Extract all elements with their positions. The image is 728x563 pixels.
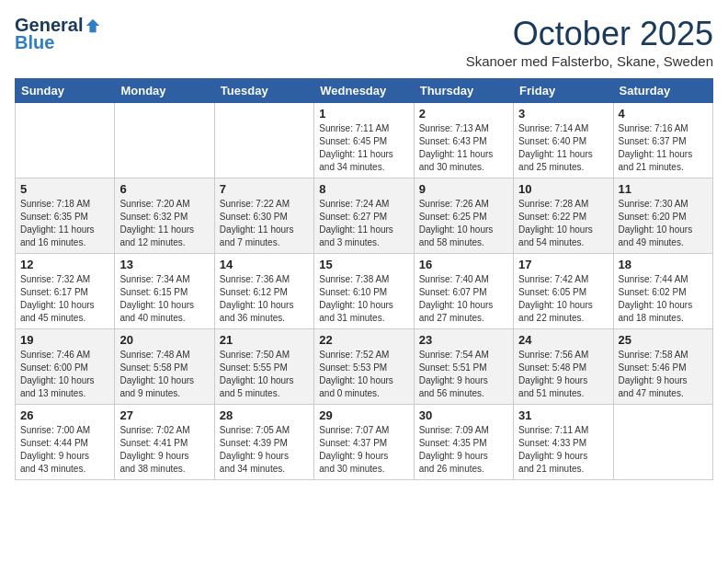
weekday-header: Sunday	[16, 79, 115, 103]
day-info: Sunrise: 7:36 AM Sunset: 6:12 PM Dayligh…	[220, 273, 309, 325]
calendar-cell: 28Sunrise: 7:05 AM Sunset: 4:39 PM Dayli…	[214, 405, 313, 480]
weekday-header: Wednesday	[314, 79, 414, 103]
logo: General Blue	[15, 15, 101, 53]
calendar-cell: 26Sunrise: 7:00 AM Sunset: 4:44 PM Dayli…	[16, 405, 115, 480]
day-number: 2	[419, 107, 508, 121]
day-info: Sunrise: 7:56 AM Sunset: 5:48 PM Dayligh…	[518, 349, 608, 400]
logo-blue: Blue	[15, 32, 54, 53]
calendar-cell: 20Sunrise: 7:48 AM Sunset: 5:58 PM Dayli…	[115, 329, 214, 405]
day-info: Sunrise: 7:32 AM Sunset: 6:17 PM Dayligh…	[20, 273, 109, 325]
day-info: Sunrise: 7:20 AM Sunset: 6:32 PM Dayligh…	[119, 198, 209, 249]
title-block: October 2025 Skanoer med Falsterbo, Skan…	[466, 15, 713, 69]
day-info: Sunrise: 7:13 AM Sunset: 6:43 PM Dayligh…	[419, 122, 508, 174]
svg-marker-0	[86, 18, 99, 31]
day-info: Sunrise: 7:14 AM Sunset: 6:40 PM Dayligh…	[518, 122, 608, 174]
day-number: 30	[419, 408, 508, 422]
calendar-cell: 7Sunrise: 7:22 AM Sunset: 6:30 PM Daylig…	[214, 178, 313, 254]
calendar-week-row: 19Sunrise: 7:46 AM Sunset: 6:00 PM Dayli…	[16, 329, 713, 405]
day-info: Sunrise: 7:30 AM Sunset: 6:20 PM Dayligh…	[619, 198, 708, 249]
day-info: Sunrise: 7:00 AM Sunset: 4:44 PM Dayligh…	[20, 424, 109, 476]
day-number: 25	[619, 333, 708, 347]
weekday-header: Thursday	[414, 79, 513, 103]
calendar-cell: 4Sunrise: 7:16 AM Sunset: 6:37 PM Daylig…	[613, 103, 712, 178]
day-number: 26	[20, 408, 109, 422]
day-number: 24	[518, 333, 608, 347]
logo-icon	[85, 17, 101, 34]
calendar-cell: 16Sunrise: 7:40 AM Sunset: 6:07 PM Dayli…	[414, 254, 513, 329]
calendar-cell: 30Sunrise: 7:09 AM Sunset: 4:35 PM Dayli…	[414, 405, 513, 480]
day-info: Sunrise: 7:18 AM Sunset: 6:35 PM Dayligh…	[20, 198, 109, 249]
calendar-cell: 1Sunrise: 7:11 AM Sunset: 6:45 PM Daylig…	[314, 103, 414, 178]
calendar-cell: 19Sunrise: 7:46 AM Sunset: 6:00 PM Dayli…	[16, 329, 115, 405]
calendar: SundayMondayTuesdayWednesdayThursdayFrid…	[15, 78, 713, 480]
day-info: Sunrise: 7:42 AM Sunset: 6:05 PM Dayligh…	[518, 273, 608, 325]
day-number: 19	[20, 333, 109, 347]
day-info: Sunrise: 7:34 AM Sunset: 6:15 PM Dayligh…	[119, 273, 209, 325]
calendar-week-row: 1Sunrise: 7:11 AM Sunset: 6:45 PM Daylig…	[16, 103, 713, 178]
calendar-cell	[16, 103, 115, 178]
day-info: Sunrise: 7:09 AM Sunset: 4:35 PM Dayligh…	[419, 424, 508, 476]
calendar-week-row: 12Sunrise: 7:32 AM Sunset: 6:17 PM Dayli…	[16, 254, 713, 329]
day-number: 4	[619, 107, 708, 121]
day-number: 23	[419, 333, 508, 347]
day-number: 10	[518, 182, 608, 196]
calendar-cell: 25Sunrise: 7:58 AM Sunset: 5:46 PM Dayli…	[613, 329, 712, 405]
day-info: Sunrise: 7:26 AM Sunset: 6:25 PM Dayligh…	[419, 198, 508, 249]
day-number: 7	[220, 182, 309, 196]
day-number: 9	[419, 182, 508, 196]
day-info: Sunrise: 7:48 AM Sunset: 5:58 PM Dayligh…	[119, 349, 209, 400]
calendar-cell: 9Sunrise: 7:26 AM Sunset: 6:25 PM Daylig…	[414, 178, 513, 254]
day-info: Sunrise: 7:07 AM Sunset: 4:37 PM Dayligh…	[319, 424, 408, 476]
day-info: Sunrise: 7:52 AM Sunset: 5:53 PM Dayligh…	[319, 349, 408, 400]
weekday-header: Friday	[514, 79, 613, 103]
day-number: 17	[518, 258, 608, 271]
calendar-cell: 5Sunrise: 7:18 AM Sunset: 6:35 PM Daylig…	[16, 178, 115, 254]
day-info: Sunrise: 7:54 AM Sunset: 5:51 PM Dayligh…	[419, 349, 508, 400]
day-info: Sunrise: 7:16 AM Sunset: 6:37 PM Dayligh…	[619, 122, 708, 174]
day-number: 14	[220, 258, 309, 271]
calendar-cell: 27Sunrise: 7:02 AM Sunset: 4:41 PM Dayli…	[115, 405, 214, 480]
day-number: 31	[518, 408, 608, 422]
day-number: 8	[319, 182, 408, 196]
day-info: Sunrise: 7:05 AM Sunset: 4:39 PM Dayligh…	[220, 424, 309, 476]
calendar-cell: 10Sunrise: 7:28 AM Sunset: 6:22 PM Dayli…	[514, 178, 613, 254]
weekday-header: Tuesday	[214, 79, 313, 103]
day-number: 11	[619, 182, 708, 196]
calendar-cell	[115, 103, 214, 178]
calendar-cell: 8Sunrise: 7:24 AM Sunset: 6:27 PM Daylig…	[314, 178, 414, 254]
day-info: Sunrise: 7:28 AM Sunset: 6:22 PM Dayligh…	[518, 198, 608, 249]
day-info: Sunrise: 7:24 AM Sunset: 6:27 PM Dayligh…	[319, 198, 408, 249]
calendar-cell: 6Sunrise: 7:20 AM Sunset: 6:32 PM Daylig…	[115, 178, 214, 254]
weekday-header-row: SundayMondayTuesdayWednesdayThursdayFrid…	[16, 79, 713, 103]
day-number: 21	[220, 333, 309, 347]
weekday-header: Monday	[115, 79, 214, 103]
day-info: Sunrise: 7:02 AM Sunset: 4:41 PM Dayligh…	[119, 424, 209, 476]
calendar-cell: 11Sunrise: 7:30 AM Sunset: 6:20 PM Dayli…	[613, 178, 712, 254]
day-info: Sunrise: 7:40 AM Sunset: 6:07 PM Dayligh…	[419, 273, 508, 325]
day-info: Sunrise: 7:44 AM Sunset: 6:02 PM Dayligh…	[619, 273, 708, 325]
weekday-header: Saturday	[613, 79, 712, 103]
day-number: 13	[119, 258, 209, 271]
day-number: 5	[20, 182, 109, 196]
day-info: Sunrise: 7:46 AM Sunset: 6:00 PM Dayligh…	[20, 349, 109, 400]
day-info: Sunrise: 7:38 AM Sunset: 6:10 PM Dayligh…	[319, 273, 408, 325]
day-number: 16	[419, 258, 508, 271]
day-number: 12	[20, 258, 109, 271]
calendar-cell: 29Sunrise: 7:07 AM Sunset: 4:37 PM Dayli…	[314, 405, 414, 480]
day-number: 3	[518, 107, 608, 121]
day-number: 15	[319, 258, 408, 271]
day-info: Sunrise: 7:11 AM Sunset: 6:45 PM Dayligh…	[319, 122, 408, 174]
month-title: October 2025	[466, 15, 713, 53]
page-header: General Blue October 2025 Skanoer med Fa…	[15, 15, 713, 69]
calendar-cell	[613, 405, 712, 480]
day-info: Sunrise: 7:22 AM Sunset: 6:30 PM Dayligh…	[220, 198, 309, 249]
day-number: 6	[119, 182, 209, 196]
calendar-cell: 22Sunrise: 7:52 AM Sunset: 5:53 PM Dayli…	[314, 329, 414, 405]
calendar-cell: 18Sunrise: 7:44 AM Sunset: 6:02 PM Dayli…	[613, 254, 712, 329]
day-number: 1	[319, 107, 408, 121]
location: Skanoer med Falsterbo, Skane, Sweden	[466, 53, 713, 69]
calendar-cell: 2Sunrise: 7:13 AM Sunset: 6:43 PM Daylig…	[414, 103, 513, 178]
calendar-cell: 24Sunrise: 7:56 AM Sunset: 5:48 PM Dayli…	[514, 329, 613, 405]
calendar-cell: 17Sunrise: 7:42 AM Sunset: 6:05 PM Dayli…	[514, 254, 613, 329]
calendar-cell: 14Sunrise: 7:36 AM Sunset: 6:12 PM Dayli…	[214, 254, 313, 329]
